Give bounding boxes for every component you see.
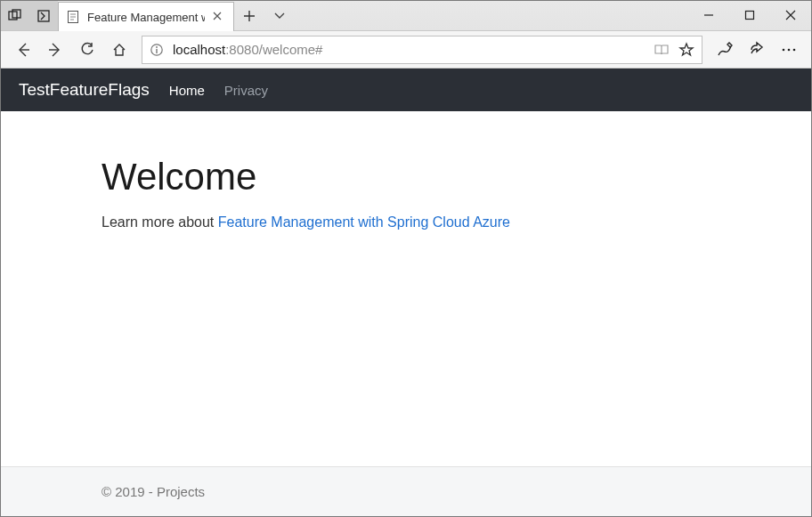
site-info-icon[interactable]: [148, 41, 166, 59]
tab-strip: Feature Management w: [58, 1, 295, 31]
share-button[interactable]: [742, 35, 772, 65]
minimize-button[interactable]: [688, 1, 729, 29]
svg-rect-8: [746, 12, 754, 20]
tab-title: Feature Management w: [87, 11, 205, 24]
footer-text: © 2019 - Projects: [102, 484, 205, 499]
page-footer: © 2019 - Projects: [1, 466, 811, 516]
browser-toolbar: localhost:8080/welcome#: [1, 31, 811, 69]
tab-preview-dropdown[interactable]: [264, 1, 295, 31]
home-button[interactable]: [104, 35, 134, 65]
forward-button[interactable]: [40, 35, 70, 65]
svg-point-15: [788, 48, 791, 51]
refresh-button[interactable]: [72, 35, 102, 65]
page-subtext: Learn more about Feature Management with…: [102, 214, 811, 230]
page-content: Welcome Learn more about Feature Managem…: [1, 111, 811, 466]
site-navbar: TestFeatureFlags Home Privacy: [1, 69, 811, 111]
address-bar[interactable]: localhost:8080/welcome#: [142, 36, 702, 64]
svg-point-14: [783, 48, 785, 51]
new-tab-button[interactable]: [234, 1, 264, 31]
svg-point-12: [156, 46, 158, 48]
nav-home[interactable]: Home: [169, 83, 205, 98]
more-button[interactable]: [774, 35, 804, 65]
set-aside-tabs-button[interactable]: [1, 1, 29, 30]
reading-view-icon[interactable]: [652, 40, 671, 60]
address-text: localhost:8080/welcome#: [173, 42, 645, 57]
address-actions: [652, 40, 696, 60]
brand-link[interactable]: TestFeatureFlags: [19, 80, 150, 100]
close-window-button[interactable]: [770, 1, 811, 29]
learn-more-link[interactable]: Feature Management with Spring Cloud Azu…: [218, 214, 510, 230]
tab-active[interactable]: Feature Management w: [58, 2, 234, 31]
browser-titlebar: Feature Management w: [1, 1, 811, 31]
svg-point-16: [793, 48, 796, 51]
favorite-star-icon[interactable]: [677, 40, 696, 60]
notes-button[interactable]: [710, 35, 740, 65]
page-icon: [66, 10, 80, 24]
address-host: localhost: [173, 42, 225, 57]
close-tab-button[interactable]: [212, 11, 224, 23]
subtext-prefix: Learn more about: [102, 214, 218, 230]
maximize-button[interactable]: [729, 1, 770, 29]
back-button[interactable]: [8, 35, 38, 65]
window-controls: [688, 1, 811, 29]
page-title: Welcome: [102, 156, 811, 198]
svg-rect-2: [38, 11, 49, 21]
address-path: :8080/welcome#: [225, 42, 322, 57]
show-set-aside-button[interactable]: [29, 1, 58, 30]
edge-corner-buttons: [1, 1, 58, 30]
nav-privacy[interactable]: Privacy: [224, 83, 268, 98]
